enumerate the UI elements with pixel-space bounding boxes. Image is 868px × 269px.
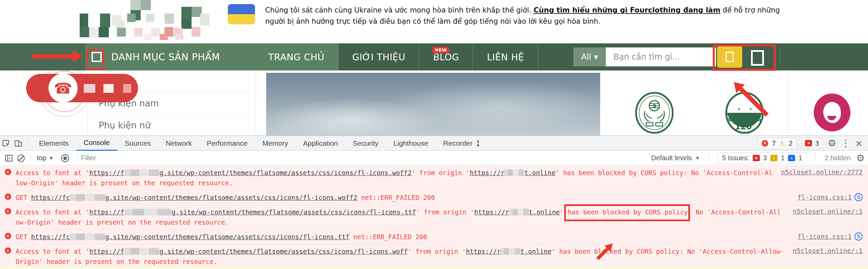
catalog-menu-button[interactable]: DANH MỤC SẢN PHẨM <box>85 43 254 70</box>
console-row-0: ✕Access to font at 'https://fg.site/wp-c… <box>0 166 868 190</box>
console-settings-icon[interactable]: ⚙ <box>856 153 865 163</box>
console-url-link[interactable]: g.site/wp-content/themes/flatsome/assets… <box>105 233 350 241</box>
toolbar-divider <box>77 154 78 163</box>
hero-banner-image[interactable] <box>266 73 600 136</box>
source-link[interactable]: n5closet.online/:1 <box>793 247 863 254</box>
tab-network[interactable]: Network <box>158 136 199 151</box>
devtools-close-icon[interactable]: × <box>855 139 863 148</box>
error-icon: ✕ <box>0 168 16 175</box>
tab-security[interactable]: Security <box>345 136 386 151</box>
devtools-settings-icon[interactable]: ⚙ <box>828 139 836 148</box>
issues-label: 5 Issues: <box>722 154 749 162</box>
console-context-dropdown[interactable]: top ▼ <box>34 154 56 162</box>
devtools-tabs: ElementsConsoleSourcesNetworkPerformance… <box>32 136 489 151</box>
issue-error-icon: ✕ <box>753 155 760 161</box>
issues-counter[interactable]: 5 Issues: ✕ 3 ! 1 ≡ 1 <box>718 152 807 164</box>
initiator-chain-icon[interactable]: ⇅ <box>854 232 863 241</box>
nav-item-3[interactable]: LIÊN HỆ <box>473 43 538 70</box>
warning-count: 2 <box>789 139 793 147</box>
console-url-link[interactable]: g.site/wp-content/themes/flatsome/assets… <box>172 208 416 216</box>
devtools-kebab-menu-icon[interactable]: ⋮ <box>841 139 850 148</box>
tab-label: Application <box>303 139 338 147</box>
redacted-logo <box>80 0 215 41</box>
banner-text-before: Chúng tôi sát cánh cùng Ukraine và ước m… <box>265 6 534 14</box>
console-message: GET https://fcg.site/wp-content/themes/f… <box>16 232 797 242</box>
toolbar-divider <box>815 154 816 163</box>
console-url-link[interactable]: https://fc <box>31 233 70 241</box>
console-url-link[interactable]: t.online <box>524 169 555 177</box>
log-levels-dropdown[interactable]: Default levels ▼ <box>651 154 700 162</box>
tab-sources[interactable]: Sources <box>117 136 158 151</box>
source-link[interactable]: n5closet.online/:1 <box>793 208 863 215</box>
tab-recorder[interactable]: Recorder <box>436 136 489 151</box>
console-url-link[interactable]: g.site/wp-content/themes/flatsome/assets… <box>159 248 408 255</box>
broken-cart-icon[interactable] <box>751 50 764 66</box>
tab-elements[interactable]: Elements <box>32 136 76 151</box>
console-row-2: ✕Access to font at 'https://fg.site/wp-c… <box>0 205 868 229</box>
money-back-badge-icon: $ <box>635 91 674 134</box>
nav-item-label: LIÊN HỆ <box>487 52 524 62</box>
console-rows: ✕Access to font at 'https://fg.site/wp-c… <box>0 166 868 269</box>
tab-label: Memory <box>262 139 288 147</box>
console-message: Access to font at 'https://fg.site/wp-co… <box>16 168 781 188</box>
tab-application[interactable]: Application <box>296 136 346 151</box>
console-url-link[interactable]: https://f <box>89 169 124 177</box>
nav-item-2[interactable]: NEWBLOG <box>419 43 473 70</box>
catalog-label: DANH MỤC SẢN PHẨM <box>111 51 220 63</box>
chat-widget-button[interactable] <box>814 94 850 131</box>
ukraine-flag <box>228 4 255 24</box>
phone-contact-button[interactable]: ☎ <box>26 74 138 102</box>
console-url-link[interactable]: https://f <box>89 248 124 255</box>
menu-item-1[interactable]: Phụ kiện nữ <box>88 115 256 137</box>
error-icon: ✕ <box>0 192 16 200</box>
navbar-divider <box>780 49 780 64</box>
tab-label: Lighthouse <box>393 139 428 147</box>
devtools-panel: ElementsConsoleSourcesNetworkPerformance… <box>0 136 868 269</box>
console-url-link[interactable]: g.site/wp-content/themes/flatsome/assets… <box>159 169 412 177</box>
console-url-link[interactable]: https://r <box>474 208 509 216</box>
nav-item-0[interactable]: TRANG CHỦ <box>254 43 338 70</box>
tab-lighthouse[interactable]: Lighthouse <box>386 136 436 151</box>
toolbar-divider <box>709 154 709 163</box>
console-url-link[interactable]: https://r <box>466 248 501 255</box>
search-submit-button[interactable] <box>717 46 742 68</box>
tab-memory[interactable]: Memory <box>255 136 296 151</box>
error-icon: ✕ <box>0 246 16 254</box>
inspect-element-icon[interactable] <box>0 139 12 148</box>
device-toolbar-icon[interactable] <box>12 139 24 148</box>
tab-label: Recorder <box>443 139 472 147</box>
source-link[interactable]: n5closet.online/:2772 <box>781 168 863 176</box>
console-url-link[interactable]: https://f <box>89 208 124 216</box>
search-input[interactable] <box>606 47 716 66</box>
content-column-divider <box>788 73 788 136</box>
console-sidebar-icon[interactable] <box>3 154 15 163</box>
clear-console-icon[interactable] <box>15 154 27 162</box>
console-row-3: ✕GET https://fcg.site/wp-content/themes/… <box>0 229 868 244</box>
console-url-link[interactable]: https://r <box>470 169 505 177</box>
warning-icon: ⚠ <box>780 140 785 147</box>
search-scope-value: All <box>581 52 591 62</box>
initiator-chain-icon[interactable]: ⇅ <box>854 193 863 201</box>
page-content: Phụ kiện namPhụ kiện nữ ☎ $ <box>0 70 868 136</box>
console-url-link[interactable]: t.online <box>529 208 560 216</box>
live-expression-eye-icon[interactable] <box>59 153 71 163</box>
search-scope-dropdown[interactable]: All ▼ <box>573 47 606 66</box>
source-link[interactable]: fl-icons.css:1 <box>797 193 852 201</box>
console-filter-input[interactable] <box>81 152 613 164</box>
redacted-phone-number <box>84 84 95 93</box>
issues-badge[interactable]: ✕ 3 <box>801 138 823 149</box>
console-url-link[interactable]: t.online <box>520 248 552 255</box>
tab-console[interactable]: Console <box>76 136 117 151</box>
console-error-warning-badge[interactable]: ✕ 7 ⚠ 2 <box>758 138 797 149</box>
log-levels-value: Default levels <box>651 154 692 162</box>
tab-label: Elements <box>39 139 69 147</box>
console-url-link[interactable]: https://fc <box>31 194 70 201</box>
nav-item-1[interactable]: GIỚI THIỆU <box>338 43 419 70</box>
console-url-link[interactable]: g.site/wp-content/themes/flatsome/assets… <box>105 194 357 201</box>
redacted-text <box>505 169 524 176</box>
banner-link[interactable]: Cùng tìm hiểu những gì Fourclothing đang… <box>534 6 721 14</box>
tab-performance[interactable]: Performance <box>199 136 255 151</box>
issue-info-count: 1 <box>798 154 802 162</box>
console-message: GET https://fcg.site/wp-content/themes/f… <box>16 192 797 203</box>
source-link[interactable]: fl-icons.css:1 <box>797 233 852 240</box>
